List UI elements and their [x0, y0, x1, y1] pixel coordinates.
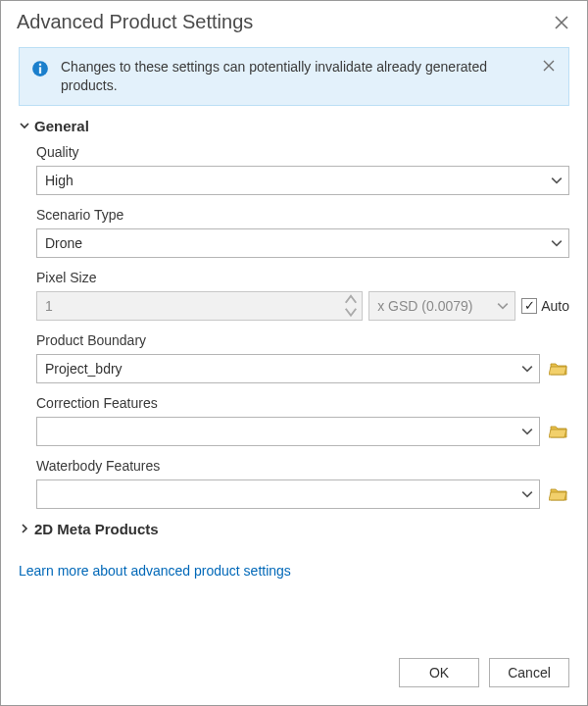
- section-title-general: General: [34, 118, 89, 134]
- spinner-down-button: [344, 307, 358, 318]
- label-scenario-type: Scenario Type: [36, 207, 569, 223]
- close-icon: [543, 60, 555, 72]
- pixel-size-unit-value: x GSD (0.0079): [377, 298, 472, 314]
- info-alert: Changes to these settings can potentiall…: [19, 47, 569, 106]
- chevron-down-icon: [521, 363, 533, 375]
- button-bar: OK Cancel: [1, 644, 587, 705]
- field-waterbody-features: Waterbody Features: [36, 458, 569, 509]
- label-pixel-size: Pixel Size: [36, 270, 569, 285]
- section-header-general[interactable]: General: [19, 118, 569, 134]
- correction-features-browse-button[interactable]: [548, 421, 569, 442]
- chevron-down-icon: [19, 120, 30, 131]
- field-product-boundary: Product Boundary Project_bdry: [36, 332, 569, 383]
- checkbox-icon: [521, 298, 537, 314]
- waterbody-features-browse-button[interactable]: [548, 483, 569, 505]
- chevron-down-icon: [521, 426, 533, 437]
- alert-message: Changes to these settings can potentiall…: [61, 58, 529, 95]
- chevron-down-icon: [521, 488, 533, 500]
- label-product-boundary: Product Boundary: [36, 332, 569, 348]
- label-quality: Quality: [36, 144, 569, 160]
- close-icon: [555, 16, 568, 29]
- folder-icon: [549, 359, 568, 378]
- auto-checkbox[interactable]: Auto: [521, 298, 569, 314]
- dialog-title: Advanced Product Settings: [17, 11, 253, 33]
- spinner-up-button: [344, 294, 358, 305]
- section-body-general: Quality High Scenario Type Drone Pixel S…: [19, 144, 569, 509]
- section-header-2d-meta-products[interactable]: 2D Meta Products: [19, 521, 569, 537]
- product-boundary-browse-button[interactable]: [548, 358, 569, 379]
- waterbody-features-select[interactable]: [36, 479, 540, 509]
- label-waterbody-features: Waterbody Features: [36, 458, 569, 474]
- label-correction-features: Correction Features: [36, 395, 569, 411]
- ok-button[interactable]: OK: [399, 658, 479, 687]
- scenario-type-value: Drone: [45, 235, 82, 251]
- section-title-2d-meta-products: 2D Meta Products: [34, 521, 159, 537]
- auto-label: Auto: [541, 298, 569, 314]
- chevron-down-icon: [551, 237, 563, 249]
- field-quality: Quality High: [36, 144, 569, 195]
- scenario-type-select[interactable]: Drone: [36, 228, 569, 258]
- product-boundary-select[interactable]: Project_bdry: [36, 354, 540, 383]
- cancel-button[interactable]: Cancel: [489, 658, 569, 687]
- correction-features-select[interactable]: [36, 417, 540, 446]
- pixel-size-value: 1: [45, 298, 53, 314]
- quality-select[interactable]: High: [36, 166, 569, 195]
- chevron-down-icon: [551, 175, 563, 186]
- svg-rect-1: [39, 67, 41, 74]
- chevron-down-icon: [497, 300, 509, 312]
- folder-icon: [549, 484, 568, 504]
- info-icon: [31, 60, 49, 77]
- learn-more-link[interactable]: Learn more about advanced product settin…: [19, 563, 291, 579]
- chevron-right-icon: [19, 523, 30, 534]
- field-correction-features: Correction Features: [36, 395, 569, 446]
- svg-rect-2: [39, 64, 41, 66]
- product-boundary-value: Project_bdry: [45, 361, 122, 377]
- field-pixel-size: Pixel Size 1 x GSD (0.0079): [36, 270, 569, 321]
- field-scenario-type: Scenario Type Drone: [36, 207, 569, 258]
- title-bar: Advanced Product Settings: [1, 1, 587, 41]
- alert-close-button[interactable]: [541, 58, 557, 74]
- advanced-product-settings-dialog: Advanced Product Settings Changes to the…: [0, 0, 588, 706]
- folder-icon: [549, 422, 568, 441]
- quality-value: High: [45, 173, 74, 188]
- dialog-content: Changes to these settings can potentiall…: [1, 41, 587, 644]
- pixel-size-unit-select: x GSD (0.0079): [368, 291, 515, 321]
- dialog-close-button[interactable]: [552, 13, 571, 32]
- pixel-size-input: 1: [36, 291, 363, 321]
